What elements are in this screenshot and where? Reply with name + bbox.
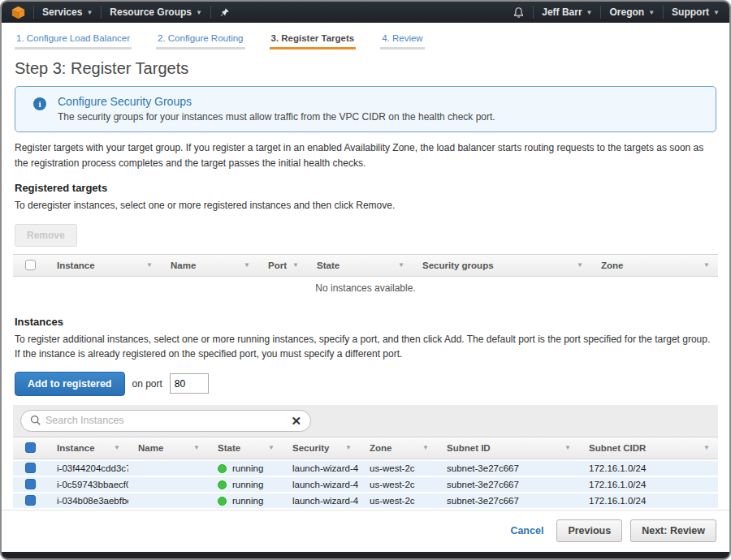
sort-caret-icon[interactable]: ▼ (292, 261, 299, 269)
sort-caret-icon[interactable]: ▼ (114, 444, 120, 451)
column-label: State (218, 443, 240, 453)
row-checkbox-cell (13, 495, 47, 506)
clear-search-icon[interactable]: ✕ (291, 415, 301, 427)
step-tab-review[interactable]: 4. Review (380, 33, 425, 50)
table-row[interactable]: i-034b08e3aebfbef9frunninglaunch-wizard-… (13, 493, 718, 508)
row-checkbox[interactable] (25, 495, 36, 506)
row-checkbox-cell (13, 479, 47, 489)
region-menu[interactable]: Oregon ▼ (609, 6, 655, 18)
table-row[interactable]: i-03f44204cdd3c7...runninglaunch-wizard-… (13, 461, 718, 476)
column-header-instance[interactable]: Instance▼ (47, 261, 161, 270)
column-header-security[interactable]: Security▼ (283, 443, 360, 453)
column-header-state[interactable]: State▼ (307, 261, 413, 270)
next-review-button[interactable]: Next: Review (630, 519, 716, 542)
column-header-subnet-id[interactable]: Subnet ID▼ (437, 443, 579, 453)
user-menu[interactable]: Jeff Barr ▼ (542, 6, 592, 18)
footer-bar: Cancel Previous Next: Review (2, 510, 729, 552)
select-all-checkbox[interactable] (25, 442, 36, 453)
running-status-icon (218, 497, 227, 506)
column-label: Name (171, 261, 196, 270)
chevron-down-icon: ▼ (648, 9, 655, 16)
cell-instance: i-034b08e3aebfbef9f (47, 496, 128, 506)
chevron-down-icon: ▼ (713, 9, 720, 16)
notifications-button[interactable] (513, 6, 525, 19)
select-all-checkbox[interactable] (25, 260, 36, 270)
cell-security: launch-wizard-4 (283, 480, 360, 489)
bell-icon (513, 6, 525, 19)
registered-targets-description: To deregister instances, select one or m… (15, 198, 716, 213)
resource-groups-menu[interactable]: Resource Groups ▼ (110, 6, 202, 18)
column-label: Name (138, 443, 163, 453)
sort-caret-icon[interactable]: ▼ (577, 261, 583, 269)
instances-heading: Instances (15, 316, 716, 328)
sort-caret-icon[interactable]: ▼ (564, 444, 571, 451)
previous-button[interactable]: Previous (556, 519, 622, 542)
cancel-link[interactable]: Cancel (510, 525, 543, 536)
cell-zone: us-west-2c (360, 480, 437, 489)
column-header-port[interactable]: Port▼ (258, 261, 307, 270)
sort-caret-icon[interactable]: ▼ (146, 261, 153, 269)
security-groups-info-box: i Configure Security Groups The security… (15, 86, 716, 132)
column-header-zone[interactable]: Zone▼ (591, 261, 718, 270)
cell-subnet-cidr: 172.16.1.0/24 (579, 496, 718, 506)
column-header-security-groups[interactable]: Security groups▼ (413, 261, 591, 270)
step-tab-configure-load-balancer[interactable]: 1. Configure Load Balancer (15, 33, 132, 50)
services-menu[interactable]: Services ▼ (42, 6, 93, 18)
column-header-subnet-cidr[interactable]: Subnet CIDR▼ (579, 443, 718, 453)
search-input[interactable] (45, 415, 287, 426)
sort-caret-icon[interactable]: ▼ (398, 261, 404, 269)
chevron-down-icon: ▼ (86, 9, 93, 16)
column-header-state[interactable]: State▼ (208, 443, 283, 453)
column-label: Security groups (422, 261, 494, 270)
user-name-label: Jeff Barr (542, 6, 582, 18)
info-icon: i (33, 97, 46, 110)
registered-table-header: Instance▼ Name▼ Port▼ State▼ Security gr… (13, 254, 718, 277)
add-to-registered-button[interactable]: Add to registered (15, 372, 125, 396)
chevron-down-icon: ▼ (586, 9, 593, 16)
sort-caret-icon[interactable]: ▼ (703, 444, 710, 451)
row-checkbox[interactable] (25, 463, 36, 473)
column-label: State (317, 261, 340, 270)
divider (210, 6, 211, 19)
cell-instance: i-03f44204cdd3c7... (47, 463, 128, 473)
row-checkbox[interactable] (25, 479, 36, 489)
column-header-name[interactable]: Name▼ (161, 261, 258, 270)
divider (533, 6, 534, 19)
column-label: Instance (57, 261, 95, 270)
column-header-name[interactable]: Name▼ (128, 443, 208, 453)
step-tab-configure-routing[interactable]: 2. Configure Routing (156, 33, 244, 50)
services-label: Services (42, 6, 82, 18)
empty-table-message: No instances available. (13, 277, 718, 304)
page-title: Step 3: Register Targets (15, 59, 716, 78)
cell-security: launch-wizard-4 (283, 463, 360, 473)
step-tab-register-targets[interactable]: 3. Register Targets (270, 33, 357, 50)
sort-caret-icon[interactable]: ▼ (268, 444, 275, 451)
instances-table-header: Instance▼ Name▼ State▼ Security▼ Zone▼ S… (13, 437, 718, 459)
cell-subnet-cidr: 172.16.1.0/24 (579, 463, 718, 473)
cell-security: launch-wizard-4 (283, 496, 360, 506)
column-header-zone[interactable]: Zone▼ (360, 443, 437, 453)
cell-instance: i-0c59743bbaecf0... (47, 480, 128, 489)
chevron-down-icon: ▼ (196, 9, 202, 16)
registered-targets-heading: Registered targets (15, 182, 716, 194)
pin-icon (219, 7, 230, 18)
sort-caret-icon[interactable]: ▼ (193, 444, 200, 451)
console-footer-strip (2, 552, 729, 558)
pin-shortcut-button[interactable] (219, 7, 230, 18)
column-label: Subnet ID (447, 443, 491, 453)
support-menu[interactable]: Support ▼ (672, 6, 720, 18)
app-window: Services ▼ Resource Groups ▼ Jeff Barr (0, 0, 731, 560)
column-label: Zone (601, 261, 623, 270)
port-input[interactable] (170, 373, 209, 394)
wizard-steps: 1. Configure Load Balancer 2. Configure … (2, 23, 729, 50)
remove-button[interactable]: Remove (15, 224, 77, 247)
sort-caret-icon[interactable]: ▼ (703, 261, 710, 269)
support-label: Support (672, 6, 709, 18)
aws-logo[interactable] (11, 6, 25, 19)
instances-select-all-cell (13, 442, 47, 453)
sort-caret-icon[interactable]: ▼ (345, 444, 352, 451)
column-header-instance[interactable]: Instance▼ (47, 443, 128, 453)
sort-caret-icon[interactable]: ▼ (244, 261, 250, 269)
table-row[interactable]: i-0c59743bbaecf0...runninglaunch-wizard-… (13, 477, 718, 492)
sort-caret-icon[interactable]: ▼ (422, 444, 429, 451)
